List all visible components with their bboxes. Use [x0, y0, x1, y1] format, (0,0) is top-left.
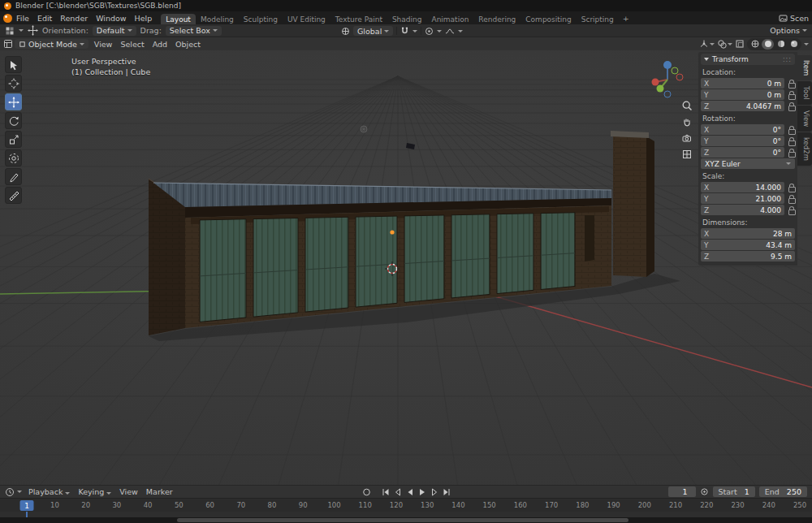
tool-select-box[interactable] — [5, 56, 22, 73]
timeline-scrollbar-thumb[interactable] — [177, 518, 628, 522]
gizmo-z-neg-handle[interactable] — [664, 91, 671, 97]
overlays-dropdown[interactable] — [717, 39, 732, 49]
transport-next-keyframe-button[interactable] — [428, 486, 440, 497]
workspace-tab-animation[interactable]: Animation — [426, 14, 473, 24]
sidebar-tab-view[interactable]: View — [797, 106, 812, 132]
sidebar-tab-ked2m[interactable]: ked2m — [797, 132, 812, 166]
window-titlebar[interactable]: Blender [C:\blender\SGB\Textures\SGB.ble… — [0, 0, 812, 11]
gizmo-x-neg-handle[interactable] — [676, 74, 683, 80]
timeline-track-area[interactable] — [0, 512, 812, 517]
value-field-scale--y[interactable]: Y21.000 — [701, 193, 784, 204]
end-frame-field[interactable]: End 250 — [759, 486, 807, 497]
workspace-tab-texture-paint[interactable]: Texture Paint — [330, 14, 387, 24]
tool-rotate[interactable] — [5, 112, 22, 129]
proportional-dropdown-arrow-icon[interactable] — [437, 30, 442, 32]
tool-annotate[interactable] — [5, 168, 22, 185]
current-frame-field[interactable]: 1 — [668, 486, 696, 497]
menu-window[interactable]: Window — [92, 13, 130, 24]
nav-pan-button[interactable] — [679, 114, 695, 130]
tool-transform[interactable] — [5, 149, 22, 166]
panel-grip-icon[interactable] — [783, 56, 792, 63]
proportional-editing-icon[interactable] — [425, 27, 434, 36]
timeline-menu-keying[interactable]: Keying — [74, 486, 115, 497]
snap-dropdown-arrow-icon[interactable] — [412, 30, 417, 32]
lock-icon[interactable] — [787, 91, 795, 99]
timeline-editor-icon[interactable] — [5, 487, 15, 497]
menu-edit[interactable]: Edit — [33, 13, 56, 24]
tool-scale[interactable] — [5, 131, 22, 148]
workspace-tab-scripting[interactable]: Scripting — [577, 14, 619, 24]
transport-record-button[interactable] — [361, 486, 373, 497]
drag-dropdown[interactable]: Select Box — [166, 26, 222, 36]
value-field-rotation--y[interactable]: Y0° — [701, 136, 784, 146]
transport-jump-start-button[interactable] — [379, 486, 391, 497]
timeline-editor-arrow-icon[interactable] — [17, 491, 22, 493]
options-dropdown[interactable]: Options — [770, 26, 807, 35]
lock-icon[interactable] — [787, 126, 795, 134]
timeline-menu-playback[interactable]: Playback — [24, 486, 74, 497]
viewport-menu-object[interactable]: Object — [171, 39, 205, 50]
tool-measure[interactable] — [5, 187, 22, 204]
rotation-mode-dropdown[interactable]: XYZ Euler — [701, 158, 795, 169]
value-field-dimensions--z[interactable]: Z9.5 m — [701, 251, 795, 262]
transport-play-button[interactable] — [416, 486, 428, 497]
gizmos-dropdown[interactable] — [699, 39, 715, 49]
timeline-ruler[interactable]: 1102030405060708090100110120130140150160… — [0, 498, 812, 512]
mode-dropdown[interactable]: Object Mode — [15, 39, 89, 49]
viewport-menu-view[interactable]: View — [90, 39, 117, 50]
viewport-menu-select[interactable]: Select — [116, 39, 148, 50]
add-workspace-button[interactable]: + — [619, 14, 633, 23]
value-field-rotation--z[interactable]: Z0° — [701, 147, 784, 158]
timeline-scrollbar-track[interactable] — [0, 517, 812, 523]
scene-selector[interactable]: Scen — [779, 14, 809, 23]
pivot-dropdown[interactable]: Global — [353, 26, 393, 36]
lock-icon[interactable] — [787, 184, 795, 192]
workspace-tab-modeling[interactable]: Modeling — [196, 14, 239, 24]
gizmo-x-handle[interactable] — [652, 79, 659, 86]
transport-jump-end-button[interactable] — [440, 486, 452, 497]
nav-camera-button[interactable] — [679, 130, 695, 146]
viewport-3d[interactable]: User Perspective (1) Collection | Cube T… — [0, 50, 812, 485]
transport-prev-keyframe-button[interactable] — [391, 486, 404, 497]
nav-zoom-button[interactable] — [679, 97, 695, 114]
current-frame-marker[interactable]: 1 — [20, 500, 34, 511]
viewport-editor-icon[interactable] — [3, 39, 13, 49]
value-field-scale--x[interactable]: X14.000 — [701, 182, 784, 192]
timeline-menu-marker[interactable]: Marker — [142, 486, 177, 497]
transform-panel-header[interactable]: Transform — [701, 54, 795, 65]
lock-icon[interactable] — [787, 206, 795, 214]
falloff-dropdown-arrow-icon[interactable] — [458, 30, 463, 32]
tool-cursor[interactable] — [5, 75, 22, 92]
lock-icon[interactable] — [787, 137, 795, 145]
workspace-tab-shading[interactable]: Shading — [387, 14, 427, 24]
value-field-location--x[interactable]: X0 m — [701, 78, 784, 89]
shading-material-button[interactable] — [775, 39, 787, 50]
shading-rendered-button[interactable] — [788, 39, 800, 50]
xray-toggle[interactable] — [735, 39, 745, 49]
editor-type-icon[interactable] — [5, 26, 15, 36]
timeline-menu-view[interactable]: View — [115, 486, 142, 497]
value-field-dimensions--y[interactable]: Y43.4 m — [701, 240, 795, 250]
gizmo-y-neg-handle[interactable] — [672, 67, 678, 74]
keying-set-icon[interactable] — [700, 487, 709, 496]
shading-dropdown-arrow-icon[interactable] — [804, 43, 809, 45]
shading-wireframe-button[interactable] — [749, 39, 761, 50]
viewport-menu-add[interactable]: Add — [149, 39, 171, 50]
workspace-tab-compositing[interactable]: Compositing — [520, 14, 576, 24]
snap-magnet-icon[interactable] — [400, 27, 409, 36]
menu-file[interactable]: File — [12, 13, 33, 24]
blender-menu-icon[interactable] — [3, 14, 12, 23]
workspace-tab-uv-editing[interactable]: UV Editing — [283, 14, 330, 24]
orientation-dropdown[interactable]: Default — [93, 26, 136, 36]
transport-play-reverse-button[interactable] — [404, 486, 416, 497]
gizmo-y-handle[interactable] — [657, 85, 664, 93]
value-field-location--z[interactable]: Z4.0467 m — [701, 101, 784, 111]
sidebar-tab-tool[interactable]: Tool — [797, 81, 812, 105]
nav-ortho-button[interactable] — [679, 146, 695, 162]
start-frame-field[interactable]: Start 1 — [713, 486, 755, 497]
value-field-scale--z[interactable]: Z4.000 — [701, 205, 784, 215]
value-field-rotation--x[interactable]: X0° — [701, 124, 784, 135]
gizmo-z-handle[interactable] — [663, 61, 672, 69]
value-field-location--y[interactable]: Y0 m — [701, 89, 784, 100]
workspace-tab-rendering[interactable]: Rendering — [473, 14, 520, 24]
